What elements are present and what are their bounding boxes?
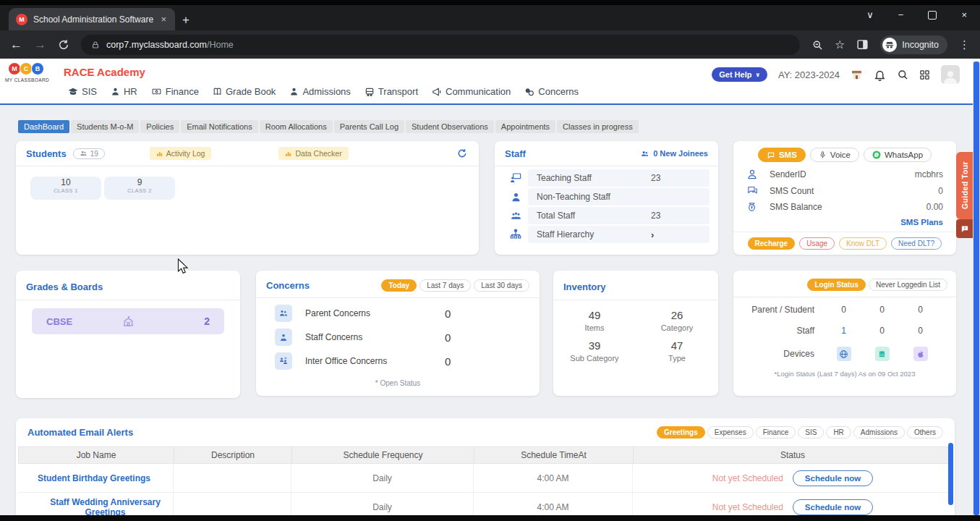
ea-filter-greetings[interactable]: Greetings: [657, 426, 705, 439]
group-icon: [503, 211, 528, 221]
ea-filter-others[interactable]: Others: [907, 426, 943, 439]
get-help-button[interactable]: Get Help ∨: [712, 67, 767, 82]
browser-menu-icon[interactable]: ⋮: [959, 38, 970, 51]
tab-parents-call-log[interactable]: Parents Call Log: [334, 120, 404, 133]
screen: M School Administration Software × + ∨ −…: [0, 0, 980, 521]
need-dlt-button[interactable]: Need DLT?: [891, 237, 942, 250]
avatar[interactable]: [941, 65, 960, 84]
schedule-now-button[interactable]: Schedule now: [793, 499, 873, 515]
grades-boards-card: Grades & Boards CBSE 2: [16, 271, 240, 398]
side-panel-icon[interactable]: [856, 38, 869, 51]
sms-tab[interactable]: SMS: [758, 148, 806, 162]
tab-classes-in-progress[interactable]: Classes in progress: [557, 120, 639, 133]
nav-item-finance[interactable]: Finance: [151, 86, 199, 97]
search-icon[interactable]: [897, 69, 908, 80]
myclassboard-logo[interactable]: M C B MY CLASSBOARD: [5, 62, 47, 82]
browser-tabstrip: M School Administration Software × + ∨ −…: [0, 5, 980, 30]
bookmark-star-icon[interactable]: ☆: [835, 38, 845, 51]
filter-last-30-days[interactable]: Last 30 days: [474, 279, 529, 292]
reload-button[interactable]: [58, 39, 69, 51]
never-loggedin-tab[interactable]: Never Loggedin List: [869, 279, 947, 291]
class-tile[interactable]: 10 CLASS 1: [30, 177, 101, 200]
staff-row-hierarchy[interactable]: Staff Hierarchy›: [503, 226, 710, 243]
refresh-icon[interactable]: [457, 148, 467, 158]
filter-today[interactable]: Today: [381, 279, 417, 292]
login-status-card: Login Status Never Loggedin List Parent …: [733, 271, 956, 396]
person-icon: [111, 87, 120, 96]
nav-item-hr[interactable]: HR: [111, 86, 137, 97]
nav-item-communication[interactable]: Communication: [432, 86, 511, 97]
book-icon: [213, 87, 222, 96]
board-row-cbse[interactable]: CBSE 2: [32, 308, 224, 334]
browser-toolbar: ← → corp7.myclassboard.com/Home ☆: [0, 30, 980, 59]
browser-tab[interactable]: M School Administration Software ×: [9, 8, 175, 30]
tab-dashboard[interactable]: DashBoard: [18, 120, 69, 133]
nav-item-concerns[interactable]: Concerns: [524, 86, 579, 97]
window-close-button[interactable]: ×: [961, 9, 967, 20]
tab-student-observations[interactable]: Student Observations: [406, 120, 494, 133]
page-scrollbar-thumb[interactable]: [973, 62, 979, 515]
ea-filter-hr[interactable]: HR: [826, 426, 851, 439]
usage-button[interactable]: Usage: [799, 237, 835, 250]
android-icon: [875, 347, 890, 361]
class-tile[interactable]: 9 CLASS 2: [104, 177, 175, 200]
window-restore-button[interactable]: [928, 11, 937, 20]
data-checker-badge[interactable]: Data Checker: [278, 147, 348, 160]
notifications-bell-icon[interactable]: [874, 69, 886, 81]
table-row: Student Birthday Greetings Daily 4:00 AM…: [18, 464, 953, 493]
concerns-footnote: * Open Status: [256, 379, 540, 387]
sms-plans-link[interactable]: SMS Plans: [746, 218, 943, 226]
table-header-row: Job Name Description Schedule Frequency …: [18, 446, 953, 464]
whatsapp-tab[interactable]: WhatsApp: [864, 148, 932, 162]
sms-card: SMS Voice WhatsApp SenderID mcbhrs: [733, 141, 956, 255]
recharge-button[interactable]: Recharge: [748, 237, 796, 250]
tab-students-mom[interactable]: Students M-o-M: [71, 120, 139, 133]
tab-email-notifications[interactable]: Email Notifications: [181, 120, 257, 133]
tab-title: School Administration Software: [33, 14, 153, 25]
filter-last-7-days[interactable]: Last 7 days: [419, 279, 471, 292]
feedback-chat-tab[interactable]: [956, 219, 973, 238]
page-scrollbar-track[interactable]: [973, 62, 980, 515]
store-icon[interactable]: [851, 69, 863, 81]
back-button[interactable]: ←: [10, 38, 22, 51]
nav-item-transport[interactable]: Transport: [365, 86, 418, 97]
tab-room-allocations[interactable]: Room Allocations: [260, 120, 333, 133]
guided-tour-tab[interactable]: Guided Tour: [956, 152, 973, 219]
forward-button[interactable]: →: [34, 38, 46, 51]
login-footnote: *Login Status (Last 7 days) As on 09 Oct…: [733, 370, 956, 378]
activity-log-badge[interactable]: Activity Log: [150, 147, 212, 160]
address-bar[interactable]: corp7.myclassboard.com/Home: [81, 35, 800, 55]
schedule-now-button[interactable]: Schedule now: [793, 470, 873, 486]
tab-policies[interactable]: Policies: [140, 120, 179, 133]
login-row-staff: Staff: [739, 326, 825, 336]
table-scrollbar[interactable]: [948, 443, 953, 505]
tab-close-icon[interactable]: ×: [159, 14, 168, 25]
new-joinees-link[interactable]: 0 New Joinees: [640, 149, 708, 158]
zoom-search-icon[interactable]: [811, 39, 823, 51]
tab-appointments[interactable]: Appointments: [495, 120, 555, 133]
graduation-cap-icon: [68, 87, 78, 97]
new-tab-button[interactable]: +: [182, 14, 189, 26]
students-count-badge: 19: [73, 148, 105, 159]
nav-item-grade-book[interactable]: Grade Book: [213, 86, 276, 97]
window-menu-chevron-icon[interactable]: ∨: [866, 9, 874, 20]
login-status-tab[interactable]: Login Status: [807, 279, 866, 291]
ea-filter-sis[interactable]: SIS: [798, 426, 824, 439]
job-link[interactable]: Student Birthday Greetings: [18, 464, 174, 492]
know-dlt-button[interactable]: Know DLT: [839, 237, 887, 250]
concerns-title: Concerns: [266, 280, 310, 291]
students-card: Students 19 Activity Log Data Checker 10…: [16, 141, 479, 255]
ea-filter-expenses[interactable]: Expenses: [707, 426, 754, 439]
voice-tab[interactable]: Voice: [810, 148, 859, 162]
inventory-stat-sub-category: 39 Sub Category: [553, 339, 636, 363]
ea-filter-finance[interactable]: Finance: [756, 426, 796, 439]
nav-item-sis[interactable]: SIS: [68, 86, 97, 97]
ea-filter-admissions[interactable]: Admissions: [853, 426, 905, 439]
staff-row-total: Total Staff23: [503, 207, 710, 224]
staff-row-teaching: Teaching Staff23: [503, 169, 710, 187]
inventory-stat-category: 26 Category: [636, 309, 718, 332]
apps-grid-icon[interactable]: [919, 69, 930, 80]
sms-row-count: SMS Count 0: [746, 185, 943, 196]
nav-item-admissions[interactable]: Admissions: [289, 86, 350, 97]
window-minimize-button[interactable]: −: [898, 9, 904, 20]
